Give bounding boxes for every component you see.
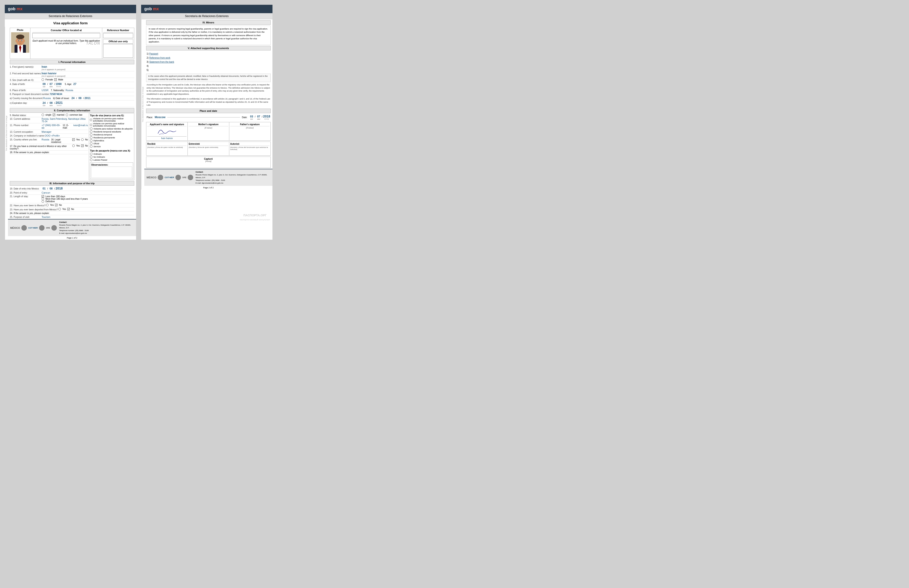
- legal-res-label: 16. Legal residence:: [51, 138, 71, 143]
- occupation-row: 13. Current occupation: Manager: [10, 130, 88, 134]
- single-label: single: [45, 114, 51, 116]
- married-label: married: [57, 114, 64, 116]
- mother-sig-title: Mother's signature: [189, 123, 228, 126]
- last-name-value: Ivan Ivanov: [42, 72, 65, 75]
- criminal-yes-radio: [72, 144, 75, 147]
- tipo-visa-opt3: Visitante para realizar trámites de adop…: [90, 128, 133, 130]
- svg-point-11: [18, 40, 19, 41]
- phone-value: +7 (966) 000-00-00: [42, 124, 61, 129]
- address-row: 10. Current address: Russia, Saint-Peter…: [10, 117, 88, 123]
- purpose-value: Tourism: [42, 216, 50, 218]
- issue-dd: 24: [70, 97, 76, 100]
- entry-yyyy: 2018: [56, 187, 63, 190]
- mother-sig-box: Mother's signature (If minor): [188, 122, 229, 141]
- mother-sig-area: [189, 129, 228, 138]
- place-label: Place:: [147, 116, 153, 119]
- applicant-sig-img: [147, 127, 186, 136]
- purpose-label: 25. Purpose of visit:: [10, 216, 42, 218]
- occupation-value: Manager: [42, 131, 51, 133]
- mexico-eagle-icon: [21, 225, 27, 231]
- mother-sig-sub: (If minor): [189, 127, 228, 129]
- occupation-label: 13. Current occupation:: [10, 131, 42, 133]
- recibio-sub: (Nombre y firma de quien recibe la solic…: [147, 146, 186, 149]
- page2-subtitle: Secretaría de Relaciones Exteriores: [141, 13, 272, 19]
- company-row: 14. Company or institution's name: OOO «…: [10, 134, 88, 138]
- entry-date-label: 19. Date of entry into Mexico:: [10, 187, 42, 190]
- section3-header: III. Information and purpose of the trip: [10, 181, 134, 186]
- ref-input[interactable]: [103, 33, 133, 38]
- legal-no-radio: [81, 138, 84, 141]
- observaciones-box: Observaciones:: [90, 162, 133, 179]
- first-name-value: Ivan: [42, 65, 65, 68]
- exp-yyyy: 2021: [56, 101, 63, 105]
- tipo-pasaporte-title: Tipo de pasaporte (marca con una X):: [90, 150, 133, 152]
- stay-label: 21. Length of stay:: [10, 195, 42, 198]
- cotemer-logo: COT·MER: [28, 227, 38, 229]
- capturo-box: Capturó (Firma): [146, 157, 271, 168]
- doc-2: 2) Reference from work: [147, 56, 270, 60]
- first-name-note: (As it appears in passport): [42, 68, 65, 71]
- sex-female-label: Female: [45, 78, 53, 81]
- stay-more-radio: [42, 198, 44, 200]
- marital-label: 9. Marital status:: [10, 114, 42, 116]
- pasaporte-opt3: Laissez-Passer: [90, 158, 133, 161]
- issue-yyyy: 2011: [84, 97, 91, 100]
- consular-box: Consular Office located at Each applican…: [31, 28, 102, 59]
- dep-yes-radio: [58, 208, 61, 210]
- signature-section: Applicant's name and signature Ivan Ivan…: [146, 122, 271, 141]
- pasaporte-opt2: No Ordinario: [90, 156, 133, 158]
- passport-row: 8. Passport or travel document number: 7…: [10, 92, 134, 96]
- page1-num: Page 1 of 2: [8, 236, 136, 240]
- criminal-no-cb: [81, 144, 84, 147]
- country-live-label: 15. Country where you live:: [10, 138, 42, 141]
- been-row: 22. Have you ever been to Mexico?: Yes N…: [10, 204, 134, 207]
- mexico-logo-2: MÉXICO: [147, 176, 156, 179]
- pd-yyyy: 2018: [263, 115, 270, 118]
- photo-box: Photo: [10, 28, 31, 59]
- section5-header: V. Attached supporting documents: [146, 46, 271, 50]
- applicant-sig-box: Applicant's name and signature Ivan Ivan…: [146, 122, 188, 141]
- page2-footer: MÉXICO COT·MER SRE Contact: Ricardo Flor…: [144, 169, 272, 186]
- talon: TALÓN: [86, 41, 100, 45]
- passport-value: 725874634: [50, 93, 62, 95]
- legal-text-2: The information contained in this applic…: [144, 97, 272, 108]
- doc-5: 5): [147, 68, 270, 72]
- age-label: 5. Age:: [65, 83, 72, 86]
- dep-no-cb: [67, 208, 70, 210]
- tipo-visa-opt9: Servicio: [90, 145, 133, 148]
- legal-yes-cb: [72, 138, 75, 141]
- recibo-section: Recibió (Nombre y firma de quien recibe …: [146, 142, 271, 156]
- page2-num: Page 2 of 2: [144, 186, 272, 189]
- mexico-eagle-icon-2: [158, 175, 163, 180]
- married-cb: [53, 114, 55, 116]
- common-radio: [66, 114, 68, 116]
- consular-input[interactable]: [32, 33, 100, 38]
- cotemer-icon-2: [175, 175, 181, 180]
- applicant-sig-name: Ivan Ivanov: [147, 136, 186, 139]
- svg-point-12: [21, 40, 22, 41]
- sex-male-label: Male: [58, 78, 63, 81]
- capturo-sub: (Firma): [147, 160, 270, 162]
- doc-4: 4): [147, 64, 270, 68]
- place-date-header: Place and date: [146, 108, 271, 113]
- father-sig-title: Father's signature: [230, 123, 270, 126]
- birth-nationality-row: 6. Place of birth: USSR 7. Nationality: …: [10, 88, 134, 92]
- official-title: Official use only: [103, 39, 133, 44]
- last-name-row: 2. First and second last names: Ivan Iva…: [10, 71, 134, 78]
- sex-label: 3. Sex (mark with an X):: [10, 79, 42, 81]
- autorizo-sub: (Nombre y firma del funcionario que auto…: [230, 146, 270, 150]
- footer-logos-2: MÉXICO COT·MER SRE: [147, 175, 193, 180]
- cotemer-icon: [39, 225, 45, 231]
- father-sig-sub: (If minor): [230, 127, 270, 129]
- stay-def-radio: [42, 200, 44, 203]
- birth-value: USSR: [42, 89, 49, 92]
- purpose-row: 25. Purpose of visit: Tourism: [10, 215, 134, 219]
- photo-label: Photo: [11, 29, 29, 31]
- reference-box: Reference Number Official use only: [102, 28, 134, 59]
- page-1: gob mx Secretaría de Relaciones Exterior…: [5, 5, 136, 240]
- explain1-label: 18. If the answer is yes, please explain…: [10, 151, 50, 153]
- applicant-sig-title: Applicant's name and signature: [147, 123, 186, 126]
- svg-point-6: [16, 34, 24, 39]
- date-label: Date:: [242, 116, 247, 119]
- point-label: 20. Point of entry:: [10, 192, 42, 194]
